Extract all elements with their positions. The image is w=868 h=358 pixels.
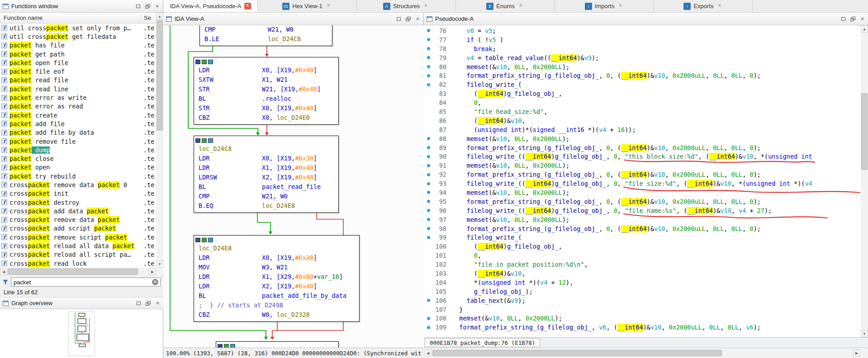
code-line[interactable]: 102 "file in packet position:%d\n", xyxy=(425,260,861,269)
asm-line[interactable]: MOVW3, W21 xyxy=(194,263,359,272)
function-row[interactable]: fcrosspacket_init.te xyxy=(0,189,156,198)
function-row[interactable]: futil_crosspacket_get_filedata.te xyxy=(0,32,156,41)
overview-close-button[interactable]: × xyxy=(155,300,161,306)
pseudocode-vscroll[interactable]: ▲ ▼ xyxy=(861,25,868,337)
pseudocode-close-button[interactable]: × xyxy=(859,16,865,22)
code-line[interactable]: 106 table_next(&v9); xyxy=(425,296,861,305)
node-icon-group[interactable] xyxy=(208,138,213,143)
asm-line[interactable]: STRW21, [X19,#0x48] xyxy=(194,85,338,94)
function-row[interactable]: fpacket_open.te xyxy=(0,163,156,172)
code-line[interactable]: 81 format_prefix_string_(g_filelog_obj_,… xyxy=(425,71,861,80)
function-row[interactable]: fcrosspacket_reload_all_data_packet.te xyxy=(0,241,156,250)
scroll-up-icon[interactable]: ▲ xyxy=(156,13,163,20)
asm-line[interactable]: CMPW21, W0 xyxy=(194,192,338,201)
code-line[interactable]: 100 (__int64)g_filelog_obj_, xyxy=(425,242,861,251)
code-line[interactable]: 91 memset(&v10, 0LL, 0x2000LL); xyxy=(425,161,861,170)
asm-line[interactable]: LDRSWX2, [X19,#0x48] xyxy=(194,173,338,182)
code-line[interactable]: 97 memset(&v10, 0LL, 0x2000LL); xyxy=(425,215,861,224)
code-line[interactable]: 87 (unsigned int)*(signed __int16 *)(v4 … xyxy=(425,125,861,134)
code-line[interactable]: 101 0, xyxy=(425,251,861,260)
pc-scroll-right-icon[interactable]: ▶ xyxy=(853,349,860,357)
basic-block[interactable]: CMPW21, W0B.LEloc_D24C8 xyxy=(199,25,332,46)
code-line[interactable]: 94 memset(&v10, 0LL, 0x2000LL); xyxy=(425,188,861,197)
code-line[interactable]: 103 (__int64)&v10, xyxy=(425,269,861,278)
code-line[interactable]: 109 format_prefix_string_(g_filelog_obj_… xyxy=(425,323,861,332)
asm-line[interactable]: CBZX0, loc_D24E0 xyxy=(194,113,338,122)
functions-restore-button[interactable] xyxy=(135,3,141,9)
asm-line[interactable]: LDRX0, [X19,#0x30] xyxy=(194,154,338,163)
code-line[interactable]: 107 } xyxy=(425,305,861,314)
close-tab-icon[interactable]: × xyxy=(716,3,723,9)
asm-line[interactable]: loc_D24C8 xyxy=(194,144,338,154)
code-line[interactable]: 77 if ( !v5 ) xyxy=(425,35,861,44)
functions-vscroll-thumb[interactable] xyxy=(157,20,163,131)
asm-line[interactable]: CBZW0, loc_D2328 xyxy=(194,310,359,320)
function-row[interactable]: fpacket_open_file.te xyxy=(0,58,156,67)
graph-area[interactable]: CMPW21, W0B.LEloc_D24C8LDRX0, [X19,#0x40… xyxy=(163,25,424,348)
scroll-down-icon[interactable]: ▼ xyxy=(156,260,163,268)
clear-filter-icon[interactable]: ✕ xyxy=(152,279,158,285)
function-row[interactable]: fpacket_add_file_by_data.te xyxy=(0,128,156,137)
node-icon-color[interactable] xyxy=(202,138,207,143)
code-line[interactable]: 88 memset(&v10, 0LL, 0x2000LL); xyxy=(425,134,861,143)
scroll-right-icon[interactable]: ▶ xyxy=(149,268,156,275)
code-line[interactable]: 79 v4 = table_read_value((__int64)&v9); xyxy=(425,53,861,62)
code-line[interactable]: 96 filelog_write_((__int64)g_filelog_obj… xyxy=(425,206,861,215)
code-line[interactable]: 95 format_prefix_string_(g_filelog_obj_,… xyxy=(425,197,861,206)
ida-view-restore-button[interactable] xyxy=(396,16,402,22)
functions-vscroll[interactable]: ▲ ▼ xyxy=(156,13,163,268)
overview-float-button[interactable] xyxy=(145,300,151,306)
pc-scroll-down-icon[interactable]: ▼ xyxy=(861,330,868,337)
overview-restore-button[interactable] xyxy=(136,300,142,306)
function-row[interactable]: futil_crosspacket_set_only_from_p….te xyxy=(0,24,156,32)
code-line[interactable]: 84 0, xyxy=(425,98,861,107)
functions-hscroll[interactable]: ◀ ▶ xyxy=(0,268,163,276)
function-row[interactable]: fpacket_get_path.te xyxy=(0,50,156,58)
close-tab-icon[interactable]: × xyxy=(617,3,624,9)
functions-float-button[interactable] xyxy=(145,3,151,9)
node-icon-color[interactable] xyxy=(224,344,229,348)
node-icon-color[interactable] xyxy=(202,238,207,242)
close-tab-icon[interactable]: × xyxy=(422,3,429,9)
code-line[interactable]: 78 break; xyxy=(425,44,861,53)
function-row[interactable]: fpacket_close.te xyxy=(0,154,156,163)
node-icon-group[interactable] xyxy=(230,344,235,348)
code-line[interactable]: 99 filelog_write_( xyxy=(425,233,861,242)
node-icon-group[interactable] xyxy=(208,238,213,242)
ida-view-close-button[interactable]: × xyxy=(415,16,421,22)
code-line[interactable]: 108 memset(&v10, 0LL, 0x2000LL); xyxy=(425,314,861,323)
ida-view-float-button[interactable] xyxy=(405,16,411,22)
basic-block[interactable] xyxy=(216,341,339,348)
function-row[interactable]: fpacket_read_file.te xyxy=(0,76,156,85)
basic-block[interactable]: loc_D24E8LDRX0, [X19,#0x38]MOVW3, W21LDR… xyxy=(194,235,360,322)
close-tab-icon[interactable]: × xyxy=(325,3,332,9)
function-row[interactable]: fcrosspacket_reload_all_script_pa….te xyxy=(0,250,156,259)
function-row[interactable]: fpacket_read_line.te xyxy=(0,85,156,93)
pseudocode-area[interactable]: 76 v6 = v5;77 if ( !v5 )78 break;79 v4 =… xyxy=(424,25,868,337)
asm-line[interactable]: STRX0, [X19,#0x40] xyxy=(194,104,338,113)
node-icon-color[interactable] xyxy=(202,60,207,64)
pseudocode-hscroll-thumb[interactable] xyxy=(432,350,722,356)
basic-block[interactable]: LDRX0, [X19,#0x40]SXTWX1, W21STRW21, [X1… xyxy=(194,57,339,125)
code-line[interactable]: 104 *(unsigned int *)(v4 + 12), xyxy=(425,278,861,287)
asm-line[interactable]: LDRX0, [X19,#0x38] xyxy=(194,253,359,263)
functions-column-header[interactable]: Function name Se xyxy=(0,13,156,24)
tab-exports[interactable]: ↑Exports× xyxy=(654,0,753,12)
asm-line[interactable]: B.LEloc_D24C8 xyxy=(200,34,332,44)
asm-line[interactable]: CMPW21, W0 xyxy=(200,25,332,34)
function-row[interactable]: fpacket_try_rebuild.te xyxy=(0,172,156,180)
code-line[interactable]: 89 format_prefix_string_(g_filelog_obj_,… xyxy=(425,143,861,152)
graph-thumbnail[interactable] xyxy=(67,311,96,358)
function-row[interactable]: fpacket_error_as_write.te xyxy=(0,93,156,102)
function-row[interactable]: fcrosspacket_add_data_packet.te xyxy=(0,207,156,215)
code-line[interactable]: 98 format_prefix_string_(g_filelog_obj_,… xyxy=(425,224,861,233)
function-row[interactable]: fcrosspacket_remove_script_packet.te xyxy=(0,233,156,241)
tab-imports[interactable]: ↓Imports× xyxy=(555,0,654,12)
tab-structures[interactable]: AStructures× xyxy=(357,0,456,12)
code-line[interactable]: 93 filelog_write_((__int64)g_filelog_obj… xyxy=(425,179,861,188)
asm-line[interactable]: loc_D24E8 xyxy=(194,244,359,253)
tab-enums[interactable]: EEnums× xyxy=(456,0,555,12)
function-row[interactable]: fpacket_file_eof.te xyxy=(0,67,156,75)
code-line[interactable]: 83 (__int64)g_filelog_obj_, xyxy=(425,89,861,98)
node-icon-frame[interactable] xyxy=(218,344,223,348)
